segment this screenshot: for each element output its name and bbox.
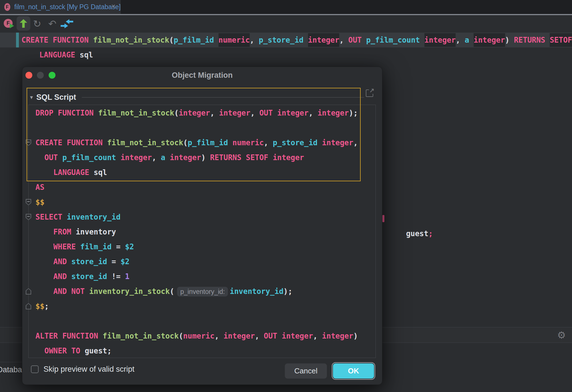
code-token: ALTER FUNCTION <box>35 332 103 340</box>
undo-icon: ↶ <box>48 18 57 29</box>
editor-line-2[interactable]: LANGUAGE sql <box>0 47 572 62</box>
code-token: integer <box>223 332 255 340</box>
code-token: integer <box>322 138 353 147</box>
code-token: SETOF <box>550 33 572 47</box>
code-token: WHERE <box>35 242 80 251</box>
code-token: AS <box>35 183 44 192</box>
code-token: integer <box>179 109 210 117</box>
code-token: numeric <box>183 332 215 340</box>
function-icon-letter: F <box>6 5 9 10</box>
code-token: , <box>250 109 259 117</box>
code-token: , <box>309 109 317 117</box>
code-token: p_film_id <box>174 36 219 44</box>
code-line: AND NOT inventory_in_stock(p_inventory_i… <box>29 284 376 299</box>
code-token: , <box>339 36 348 44</box>
tab-film-not-in-stock[interactable]: F film_not_in_stock [My PG Database] × <box>0 0 121 14</box>
code-token: p_film_count <box>366 36 424 44</box>
editor-guest-fragment: guest; <box>388 211 433 226</box>
code-line: WHERE film_id = $2 <box>29 239 376 254</box>
code-token: p_film_count <box>62 153 121 162</box>
skip-preview-label: Skip preview of valid script <box>43 365 134 374</box>
code-token: LANGUAGE <box>35 168 94 177</box>
editor-current-line[interactable]: CREATE FUNCTION film_not_in_stock(p_film… <box>0 33 572 47</box>
code-token: ); <box>349 109 358 117</box>
skip-preview-checkbox[interactable] <box>31 365 39 373</box>
code-token: integer <box>170 153 201 162</box>
code-token: = <box>112 242 125 251</box>
open-in-new-window-icon[interactable]: ↗ <box>366 89 373 97</box>
code-token: inventory <box>76 228 116 236</box>
code-line: ALTER FUNCTION film_not_in_stock(numeric… <box>29 329 376 343</box>
code-token: inventory_in_stock <box>89 287 170 296</box>
parameter-hint: p_inventory_id: <box>177 287 228 297</box>
panel-separator-left <box>0 362 22 362</box>
code-token: OUT integer <box>259 109 309 117</box>
code-token: FROM <box>35 228 76 236</box>
gutter-change-marker <box>16 33 19 47</box>
code-token: , <box>255 332 264 340</box>
editor-code-line-1: CREATE FUNCTION film_not_in_stock(p_film… <box>21 33 572 47</box>
code-token: ) <box>201 153 210 162</box>
arrow-right-icon <box>61 23 68 28</box>
code-token: inventory_id <box>230 287 283 296</box>
code-line: AND store_id = $2 <box>29 254 376 269</box>
code-token: ; <box>44 302 49 311</box>
code-token: ); <box>283 287 292 296</box>
code-token: guest <box>85 347 107 355</box>
sql-script-section-header[interactable]: ▾ SQL Script <box>30 93 364 102</box>
code-token: OUT integer <box>264 332 313 340</box>
cancel-button[interactable]: Cancel <box>285 363 327 379</box>
code-token: film_not_in_stock <box>98 109 174 117</box>
function-icon: F <box>4 3 10 11</box>
fold-expanded-icon[interactable] <box>26 140 31 146</box>
refresh-button[interactable]: ↻ <box>31 15 43 32</box>
code-token: sql <box>80 51 93 59</box>
ok-button[interactable]: OK <box>333 363 374 379</box>
external-arrow-glyph: ↗ <box>369 87 375 94</box>
code-token: integer <box>120 153 152 162</box>
code-token: store_id <box>71 257 107 266</box>
code-token: AND NOT <box>35 287 89 296</box>
code-token: p_store_id <box>273 138 322 147</box>
code-token: AND <box>35 257 71 266</box>
skip-preview-row: Skip preview of valid script <box>31 365 134 374</box>
code-token: RETURNS SETOF integer <box>210 153 304 162</box>
code-token: ( <box>179 332 183 340</box>
submit-changes-button[interactable] <box>17 16 30 31</box>
run-function-icon[interactable]: F <box>4 19 13 28</box>
fold-expanded-icon[interactable] <box>26 214 31 220</box>
fold-collapsed-icon[interactable] <box>26 288 31 295</box>
code-token: RETURNS <box>514 36 550 44</box>
code-token: sql <box>94 168 107 177</box>
code-token: , <box>250 36 259 44</box>
fold-collapsed-icon[interactable] <box>26 303 31 309</box>
sql-script-label: SQL Script <box>36 93 76 102</box>
code-token: p_store_id <box>259 36 308 44</box>
code-token: , <box>214 332 223 340</box>
code-token: , <box>210 109 219 117</box>
code-token: film_not_in_stock <box>103 332 179 340</box>
code-line: $$ <box>29 195 376 210</box>
code-token: SELECT <box>35 213 67 221</box>
code-token: integer <box>322 332 353 340</box>
gear-icon[interactable]: ⚙ <box>557 329 566 341</box>
code-token: p_film_id <box>188 138 233 147</box>
code-token: a <box>465 36 474 44</box>
fold-expanded-icon[interactable] <box>26 199 31 205</box>
code-token: $$ <box>35 302 44 311</box>
undo-button[interactable]: ↶ <box>46 15 59 32</box>
code-line: FROM inventory <box>29 224 376 239</box>
chevron-down-icon[interactable]: ▾ <box>30 94 33 101</box>
code-token: integer <box>219 109 251 117</box>
code-token: film_id <box>80 242 112 251</box>
compare-merge-button[interactable] <box>61 19 73 28</box>
code-line: AS <box>29 180 376 195</box>
close-tab-icon[interactable]: × <box>111 2 116 10</box>
hidden-code-sliver <box>382 215 384 222</box>
code-token: store_id <box>71 272 107 281</box>
editor-code-line-2: LANGUAGE sql <box>21 47 93 62</box>
sql-script-editor[interactable]: DROP FUNCTION film_not_in_stock(integer,… <box>28 105 376 358</box>
ide-window: F film_not_in_stock [My PG Database] × F… <box>0 0 572 392</box>
code-token: film_not_in_stock <box>93 36 169 44</box>
code-token: LANGUAGE <box>21 51 80 59</box>
